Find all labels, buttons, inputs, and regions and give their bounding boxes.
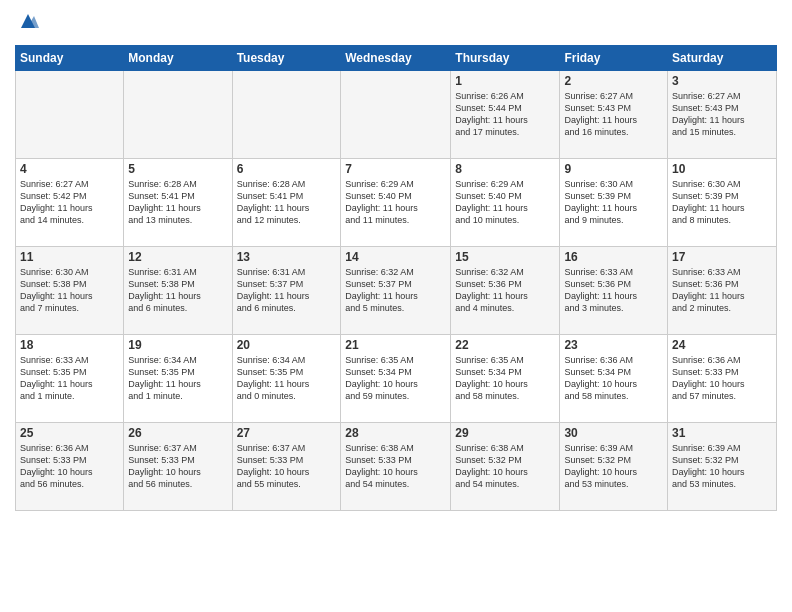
day-info: Sunrise: 6:30 AM Sunset: 5:39 PM Dayligh… <box>672 178 772 227</box>
day-info: Sunrise: 6:36 AM Sunset: 5:34 PM Dayligh… <box>564 354 663 403</box>
day-info: Sunrise: 6:29 AM Sunset: 5:40 PM Dayligh… <box>455 178 555 227</box>
day-number: 18 <box>20 338 119 352</box>
calendar-day-header: Sunday <box>16 46 124 71</box>
day-number: 20 <box>237 338 337 352</box>
day-info: Sunrise: 6:32 AM Sunset: 5:36 PM Dayligh… <box>455 266 555 315</box>
day-info: Sunrise: 6:34 AM Sunset: 5:35 PM Dayligh… <box>128 354 227 403</box>
day-info: Sunrise: 6:39 AM Sunset: 5:32 PM Dayligh… <box>564 442 663 491</box>
calendar-cell: 12Sunrise: 6:31 AM Sunset: 5:38 PM Dayli… <box>124 247 232 335</box>
calendar-cell: 7Sunrise: 6:29 AM Sunset: 5:40 PM Daylig… <box>341 159 451 247</box>
day-info: Sunrise: 6:31 AM Sunset: 5:37 PM Dayligh… <box>237 266 337 315</box>
day-number: 13 <box>237 250 337 264</box>
day-info: Sunrise: 6:29 AM Sunset: 5:40 PM Dayligh… <box>345 178 446 227</box>
calendar-cell: 31Sunrise: 6:39 AM Sunset: 5:32 PM Dayli… <box>668 423 777 511</box>
calendar-cell <box>16 71 124 159</box>
calendar-cell: 2Sunrise: 6:27 AM Sunset: 5:43 PM Daylig… <box>560 71 668 159</box>
day-number: 23 <box>564 338 663 352</box>
day-number: 2 <box>564 74 663 88</box>
day-info: Sunrise: 6:39 AM Sunset: 5:32 PM Dayligh… <box>672 442 772 491</box>
calendar-cell: 25Sunrise: 6:36 AM Sunset: 5:33 PM Dayli… <box>16 423 124 511</box>
day-info: Sunrise: 6:27 AM Sunset: 5:43 PM Dayligh… <box>672 90 772 139</box>
calendar-week-row: 11Sunrise: 6:30 AM Sunset: 5:38 PM Dayli… <box>16 247 777 335</box>
calendar-cell <box>341 71 451 159</box>
calendar-week-row: 4Sunrise: 6:27 AM Sunset: 5:42 PM Daylig… <box>16 159 777 247</box>
calendar-header-row: SundayMondayTuesdayWednesdayThursdayFrid… <box>16 46 777 71</box>
calendar-cell: 10Sunrise: 6:30 AM Sunset: 5:39 PM Dayli… <box>668 159 777 247</box>
calendar-cell <box>232 71 341 159</box>
calendar-cell: 1Sunrise: 6:26 AM Sunset: 5:44 PM Daylig… <box>451 71 560 159</box>
calendar-cell: 29Sunrise: 6:38 AM Sunset: 5:32 PM Dayli… <box>451 423 560 511</box>
day-info: Sunrise: 6:33 AM Sunset: 5:35 PM Dayligh… <box>20 354 119 403</box>
calendar-day-header: Tuesday <box>232 46 341 71</box>
day-info: Sunrise: 6:36 AM Sunset: 5:33 PM Dayligh… <box>672 354 772 403</box>
day-number: 17 <box>672 250 772 264</box>
day-number: 24 <box>672 338 772 352</box>
day-info: Sunrise: 6:34 AM Sunset: 5:35 PM Dayligh… <box>237 354 337 403</box>
calendar: SundayMondayTuesdayWednesdayThursdayFrid… <box>15 45 777 511</box>
page: SundayMondayTuesdayWednesdayThursdayFrid… <box>0 0 792 612</box>
day-number: 15 <box>455 250 555 264</box>
calendar-week-row: 25Sunrise: 6:36 AM Sunset: 5:33 PM Dayli… <box>16 423 777 511</box>
day-number: 8 <box>455 162 555 176</box>
calendar-cell: 30Sunrise: 6:39 AM Sunset: 5:32 PM Dayli… <box>560 423 668 511</box>
calendar-cell <box>124 71 232 159</box>
day-info: Sunrise: 6:27 AM Sunset: 5:42 PM Dayligh… <box>20 178 119 227</box>
day-info: Sunrise: 6:38 AM Sunset: 5:33 PM Dayligh… <box>345 442 446 491</box>
day-info: Sunrise: 6:28 AM Sunset: 5:41 PM Dayligh… <box>128 178 227 227</box>
day-number: 28 <box>345 426 446 440</box>
calendar-cell: 6Sunrise: 6:28 AM Sunset: 5:41 PM Daylig… <box>232 159 341 247</box>
day-number: 5 <box>128 162 227 176</box>
calendar-day-header: Thursday <box>451 46 560 71</box>
day-number: 1 <box>455 74 555 88</box>
day-info: Sunrise: 6:30 AM Sunset: 5:38 PM Dayligh… <box>20 266 119 315</box>
calendar-cell: 17Sunrise: 6:33 AM Sunset: 5:36 PM Dayli… <box>668 247 777 335</box>
day-info: Sunrise: 6:36 AM Sunset: 5:33 PM Dayligh… <box>20 442 119 491</box>
calendar-cell: 20Sunrise: 6:34 AM Sunset: 5:35 PM Dayli… <box>232 335 341 423</box>
calendar-cell: 11Sunrise: 6:30 AM Sunset: 5:38 PM Dayli… <box>16 247 124 335</box>
calendar-cell: 5Sunrise: 6:28 AM Sunset: 5:41 PM Daylig… <box>124 159 232 247</box>
day-number: 3 <box>672 74 772 88</box>
calendar-week-row: 18Sunrise: 6:33 AM Sunset: 5:35 PM Dayli… <box>16 335 777 423</box>
calendar-cell: 26Sunrise: 6:37 AM Sunset: 5:33 PM Dayli… <box>124 423 232 511</box>
day-info: Sunrise: 6:32 AM Sunset: 5:37 PM Dayligh… <box>345 266 446 315</box>
day-number: 11 <box>20 250 119 264</box>
calendar-cell: 4Sunrise: 6:27 AM Sunset: 5:42 PM Daylig… <box>16 159 124 247</box>
day-number: 22 <box>455 338 555 352</box>
day-info: Sunrise: 6:31 AM Sunset: 5:38 PM Dayligh… <box>128 266 227 315</box>
calendar-cell: 28Sunrise: 6:38 AM Sunset: 5:33 PM Dayli… <box>341 423 451 511</box>
calendar-cell: 27Sunrise: 6:37 AM Sunset: 5:33 PM Dayli… <box>232 423 341 511</box>
day-info: Sunrise: 6:28 AM Sunset: 5:41 PM Dayligh… <box>237 178 337 227</box>
calendar-cell: 23Sunrise: 6:36 AM Sunset: 5:34 PM Dayli… <box>560 335 668 423</box>
calendar-cell: 16Sunrise: 6:33 AM Sunset: 5:36 PM Dayli… <box>560 247 668 335</box>
calendar-day-header: Saturday <box>668 46 777 71</box>
logo-icon <box>17 10 39 32</box>
day-info: Sunrise: 6:30 AM Sunset: 5:39 PM Dayligh… <box>564 178 663 227</box>
day-info: Sunrise: 6:33 AM Sunset: 5:36 PM Dayligh… <box>564 266 663 315</box>
calendar-cell: 8Sunrise: 6:29 AM Sunset: 5:40 PM Daylig… <box>451 159 560 247</box>
calendar-cell: 21Sunrise: 6:35 AM Sunset: 5:34 PM Dayli… <box>341 335 451 423</box>
calendar-day-header: Friday <box>560 46 668 71</box>
calendar-cell: 19Sunrise: 6:34 AM Sunset: 5:35 PM Dayli… <box>124 335 232 423</box>
day-number: 29 <box>455 426 555 440</box>
day-number: 30 <box>564 426 663 440</box>
day-number: 26 <box>128 426 227 440</box>
day-number: 21 <box>345 338 446 352</box>
calendar-week-row: 1Sunrise: 6:26 AM Sunset: 5:44 PM Daylig… <box>16 71 777 159</box>
day-info: Sunrise: 6:35 AM Sunset: 5:34 PM Dayligh… <box>455 354 555 403</box>
day-number: 9 <box>564 162 663 176</box>
day-number: 19 <box>128 338 227 352</box>
calendar-cell: 13Sunrise: 6:31 AM Sunset: 5:37 PM Dayli… <box>232 247 341 335</box>
day-number: 27 <box>237 426 337 440</box>
day-number: 10 <box>672 162 772 176</box>
day-info: Sunrise: 6:27 AM Sunset: 5:43 PM Dayligh… <box>564 90 663 139</box>
day-info: Sunrise: 6:26 AM Sunset: 5:44 PM Dayligh… <box>455 90 555 139</box>
calendar-cell: 24Sunrise: 6:36 AM Sunset: 5:33 PM Dayli… <box>668 335 777 423</box>
day-info: Sunrise: 6:37 AM Sunset: 5:33 PM Dayligh… <box>237 442 337 491</box>
calendar-day-header: Monday <box>124 46 232 71</box>
calendar-cell: 14Sunrise: 6:32 AM Sunset: 5:37 PM Dayli… <box>341 247 451 335</box>
calendar-cell: 3Sunrise: 6:27 AM Sunset: 5:43 PM Daylig… <box>668 71 777 159</box>
calendar-cell: 18Sunrise: 6:33 AM Sunset: 5:35 PM Dayli… <box>16 335 124 423</box>
day-number: 25 <box>20 426 119 440</box>
day-number: 31 <box>672 426 772 440</box>
day-number: 4 <box>20 162 119 176</box>
